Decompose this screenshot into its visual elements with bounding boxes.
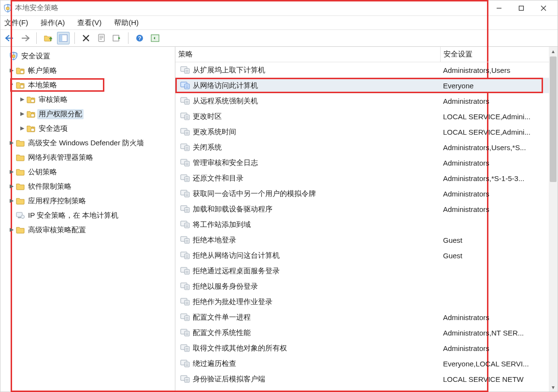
scrollbar-thumb[interactable]	[550, 56, 557, 182]
tree-root[interactable]: 安全设置	[1, 49, 175, 63]
list-row[interactable]: 获取同一会话中另一个用户的模拟令牌Administrators	[175, 186, 558, 201]
list-row[interactable]: 管理审核和安全日志Administrators	[175, 155, 558, 170]
tree-sw-restrict[interactable]: ▶ 软件限制策略	[1, 179, 175, 194]
delete-button[interactable]	[80, 32, 92, 44]
list-row[interactable]: 拒绝通过远程桌面服务登录	[175, 263, 558, 279]
titlebar: 本地安全策略	[0, 0, 558, 16]
policy-name: 从网络访问此计算机	[193, 81, 258, 90]
expander-icon[interactable]: ▶	[19, 125, 26, 131]
menu-action[interactable]: 操作(A)	[39, 17, 67, 28]
list-row[interactable]: 加载和卸载设备驱动程序Administrators	[175, 201, 558, 217]
policy-name: 更改时区	[193, 112, 222, 121]
tree-label: 审核策略	[37, 95, 69, 105]
policy-name: 获取同一会话中另一个用户的模拟令牌	[193, 189, 316, 198]
list-row[interactable]: 配置文件系统性能Administrators,NT SER...	[175, 325, 558, 340]
folder-icon	[16, 168, 25, 176]
close-button[interactable]	[532, 1, 555, 15]
policy-icon	[180, 313, 190, 322]
show-hide-tree-button[interactable]	[57, 32, 70, 44]
expander-icon[interactable]: ▶	[8, 226, 15, 233]
policy-icon	[180, 97, 190, 105]
policy-name: 绕过遍历检查	[193, 359, 236, 368]
policy-icon	[180, 344, 190, 352]
export-button[interactable]	[111, 32, 123, 44]
list-row[interactable]: 拒绝从网络访问这台计算机Guest	[175, 248, 558, 263]
tree-defender-fw[interactable]: ▶ 高级安全 Windows Defender 防火墙	[1, 136, 175, 150]
policy-name: 从远程系统强制关机	[193, 97, 258, 106]
help-button[interactable]: ?	[133, 32, 146, 44]
folder-icon	[16, 139, 25, 147]
list-row[interactable]: 绕过遍历检查Everyone,LOCAL SERVI...	[175, 356, 558, 371]
tree-account-policy[interactable]: ▶ 帐户策略	[1, 63, 175, 78]
refresh-button[interactable]	[149, 32, 161, 44]
column-header-setting[interactable]: 安全设置	[441, 50, 558, 59]
list-row[interactable]: 更改时区LOCAL SERVICE,Admini...	[175, 109, 558, 124]
list-row[interactable]: 取得文件或其他对象的所有权Administrators	[175, 340, 558, 356]
tree-label: 用户权限分配	[37, 109, 84, 119]
list-row[interactable]: 更改系统时间LOCAL SERVICE,Admini...	[175, 124, 558, 140]
list-row[interactable]: 身份验证后模拟客户端LOCAL SERVICE NETW	[175, 371, 558, 387]
policy-name: 配置文件单一进程	[193, 313, 251, 322]
forward-button[interactable]	[19, 32, 31, 44]
expander-icon[interactable]: ▶	[8, 183, 15, 189]
tree-security-options[interactable]: ▶ 安全选项	[1, 121, 175, 136]
policy-setting: Administrators	[440, 190, 558, 198]
properties-button[interactable]	[95, 32, 108, 44]
back-button[interactable]	[3, 32, 16, 44]
menu-help[interactable]: 帮助(H)	[112, 17, 141, 28]
tree-audit-policy[interactable]: ▶ 审核策略	[1, 92, 175, 107]
policy-setting: Administrators,NT SER...	[440, 329, 558, 337]
minimize-button[interactable]	[488, 1, 510, 15]
policy-icon	[180, 174, 190, 182]
tree-label: IP 安全策略，在 本地计算机	[27, 210, 120, 221]
tree-user-rights[interactable]: ▶ 用户权限分配	[1, 107, 175, 121]
toolbar-separator	[74, 32, 75, 44]
policy-name: 配置文件系统性能	[193, 328, 251, 337]
menu-file[interactable]: 文件(F)	[2, 17, 30, 28]
tree-ip-sec[interactable]: IP 安全策略，在 本地计算机	[1, 208, 175, 223]
tree-pane[interactable]: 安全设置 ▶ 帐户策略 ▾ 本地策略 ▶ 审核策略 ▶	[0, 47, 175, 392]
policy-setting: Administrators	[440, 159, 558, 167]
tree-net-list-mgr[interactable]: 网络列表管理器策略	[1, 150, 175, 165]
list-row[interactable]: 从远程系统强制关机Administrators	[175, 93, 558, 109]
list-row[interactable]: 将工作站添加到域	[175, 217, 558, 232]
list-row[interactable]: 拒绝以服务身份登录	[175, 279, 558, 294]
policy-icon	[180, 189, 190, 198]
expander-icon[interactable]: ▶	[8, 140, 15, 146]
list-body[interactable]: 从扩展坞上取下计算机Administrators,Users从网络访问此计算机E…	[175, 62, 558, 392]
tree-adv-audit[interactable]: ▶ 高级审核策略配置	[1, 223, 175, 237]
folder-icon	[16, 196, 25, 205]
list-row[interactable]: 还原文件和目录Administrators,*S-1-5-3...	[175, 170, 558, 186]
tree-local-policy[interactable]: ▾ 本地策略	[1, 78, 175, 92]
svg-rect-13	[113, 35, 119, 41]
folder-icon	[16, 225, 25, 234]
column-header-policy[interactable]: 策略	[175, 50, 440, 59]
list-row[interactable]: 从扩展坞上取下计算机Administrators,Users	[175, 62, 558, 78]
policy-setting: Guest	[440, 252, 558, 260]
list-row[interactable]: 配置文件单一进程Administrators	[175, 309, 558, 325]
expander-icon[interactable]: ▶	[8, 197, 15, 204]
tree-pk-policy[interactable]: ▶ 公钥策略	[1, 165, 175, 179]
scrollbar-vertical[interactable]: ▲ ▼	[549, 47, 558, 392]
policy-setting: Administrators	[440, 97, 558, 105]
expander-icon[interactable]: ▶	[8, 168, 15, 175]
list-row[interactable]: 拒绝作为批处理作业登录	[175, 294, 558, 309]
list-row[interactable]: 从网络访问此计算机Everyone	[175, 78, 558, 93]
expander-icon[interactable]: ▶	[8, 67, 15, 73]
expander-icon[interactable]: ▾	[8, 82, 15, 88]
list-row[interactable]: 关闭系统Administrators,Users,*S...	[175, 140, 558, 155]
menu-view[interactable]: 查看(V)	[75, 17, 103, 28]
expander-icon[interactable]: ▶	[19, 96, 26, 102]
folder-lock-icon	[27, 110, 35, 118]
expander-icon[interactable]: ▶	[19, 111, 26, 117]
maximize-button[interactable]	[510, 1, 532, 15]
scroll-up-arrow-icon[interactable]: ▲	[549, 47, 558, 56]
svg-rect-11	[59, 35, 62, 42]
list-row[interactable]: 拒绝本地登录Guest	[175, 232, 558, 248]
up-button[interactable]	[42, 32, 54, 44]
folder-lock-icon	[27, 124, 35, 133]
tree-app-control[interactable]: ▶ 应用程序控制策略	[1, 194, 175, 208]
policy-setting: Everyone	[440, 82, 558, 90]
scroll-down-arrow-icon[interactable]: ▼	[549, 383, 558, 392]
policy-setting: Everyone,LOCAL SERVI...	[440, 360, 558, 368]
